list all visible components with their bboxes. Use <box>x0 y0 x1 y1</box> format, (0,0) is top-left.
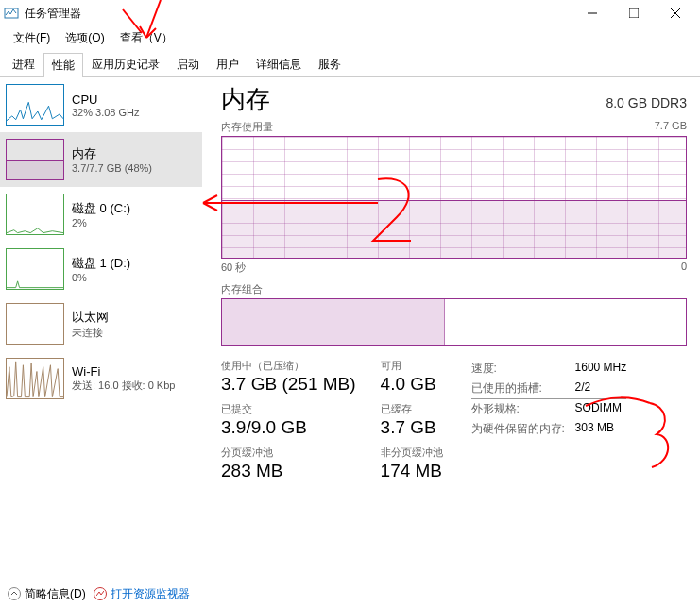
tab-services[interactable]: 服务 <box>310 52 350 76</box>
usage-label: 内存使用量 <box>221 120 273 134</box>
sidebar-item-disk0[interactable]: 磁盘 0 (C:) 2% <box>0 187 202 242</box>
sidebar-item-disk1[interactable]: 磁盘 1 (D:) 0% <box>0 242 202 296</box>
wifi-thumb <box>6 358 64 399</box>
page-title: 内存 <box>221 83 270 116</box>
paged-label: 分页缓冲池 <box>221 446 356 460</box>
sidebar-eth-sub: 未连接 <box>72 326 109 340</box>
inuse-value: 3.7 GB (251 MB) <box>221 374 356 395</box>
memory-composition-chart <box>221 298 687 346</box>
slots-v: 2/2 <box>575 380 591 396</box>
resmon-icon <box>94 587 107 600</box>
usage-max: 7.7 GB <box>655 120 687 134</box>
sidebar-item-wifi[interactable]: Wi-Fi 发送: 16.0 接收: 0 Kbp <box>0 351 202 406</box>
tab-performance[interactable]: 性能 <box>43 53 83 77</box>
menu-options[interactable]: 选项(O) <box>58 28 111 48</box>
committed-label: 已提交 <box>221 402 356 416</box>
footer: 简略信息(D) 打开资源监视器 <box>0 581 700 607</box>
slots-k: 已使用的插槽: <box>471 380 566 396</box>
sidebar-disk1-title: 磁盘 1 (D:) <box>72 255 130 272</box>
memory-spec: 8.0 GB DDR3 <box>606 95 687 110</box>
form-k: 外形规格: <box>471 401 566 417</box>
form-v: SODIMM <box>575 401 622 417</box>
chevron-up-icon <box>8 587 21 600</box>
brief-info-toggle[interactable]: 简略信息(D) <box>8 586 86 602</box>
nonpaged-value: 174 MB <box>381 461 443 481</box>
tab-apphistory[interactable]: 应用历史记录 <box>83 52 168 76</box>
available-value: 4.0 GB <box>381 374 443 395</box>
paged-value: 283 MB <box>221 461 356 481</box>
sidebar-item-memory[interactable]: 内存 3.7/7.7 GB (48%) <box>0 132 202 187</box>
hw-k: 为硬件保留的内存: <box>471 421 566 437</box>
axis-right: 0 <box>681 261 687 275</box>
sidebar-disk1-sub: 0% <box>72 272 130 283</box>
open-resmon-link[interactable]: 打开资源监视器 <box>94 586 190 602</box>
sidebar-mem-title: 内存 <box>72 145 152 162</box>
committed-value: 3.9/9.0 GB <box>221 417 356 438</box>
maximize-button[interactable] <box>613 0 655 26</box>
sidebar-disk0-title: 磁盘 0 (C:) <box>72 200 130 217</box>
sidebar-item-ethernet[interactable]: 以太网 未连接 <box>0 296 202 351</box>
sidebar-item-cpu[interactable]: CPU 32% 3.08 GHz <box>0 77 202 132</box>
tab-processes[interactable]: 进程 <box>4 52 43 76</box>
menu-file[interactable]: 文件(F) <box>6 28 58 48</box>
sidebar-eth-title: 以太网 <box>72 309 109 326</box>
app-icon <box>4 6 19 21</box>
hw-v: 303 MB <box>575 421 614 437</box>
speed-v: 1600 MHz <box>575 361 627 377</box>
window-title: 任务管理器 <box>25 6 572 22</box>
cached-label: 已缓存 <box>381 402 443 416</box>
sidebar-disk0-sub: 2% <box>72 217 130 228</box>
speed-k: 速度: <box>471 361 566 377</box>
menubar: 文件(F) 选项(O) 查看（V） <box>0 26 700 50</box>
minimize-button[interactable] <box>572 0 613 26</box>
cached-value: 3.7 GB <box>381 417 443 438</box>
main-panel: 内存 8.0 GB DDR3 内存使用量 7.7 GB 60 秒 0 内存组合 … <box>202 77 700 586</box>
close-button[interactable] <box>655 0 696 26</box>
composition-label: 内存组合 <box>221 282 687 296</box>
sidebar-wifi-sub: 发送: 16.0 接收: 0 Kbp <box>72 379 175 393</box>
memory-thumb <box>6 139 64 180</box>
sidebar-cpu-title: CPU <box>72 93 140 107</box>
menu-view[interactable]: 查看（V） <box>112 28 180 48</box>
inuse-label: 使用中（已压缩） <box>221 359 356 373</box>
resmon-label: 打开资源监视器 <box>111 586 190 602</box>
disk1-thumb <box>6 248 64 290</box>
disk0-thumb <box>6 194 64 235</box>
eth-thumb <box>6 303 64 345</box>
tab-users[interactable]: 用户 <box>208 52 248 76</box>
sidebar: CPU 32% 3.08 GHz 内存 3.7/7.7 GB (48%) 磁盘 … <box>0 77 202 586</box>
sidebar-cpu-sub: 32% 3.08 GHz <box>72 107 140 118</box>
tab-startup[interactable]: 启动 <box>168 52 208 76</box>
titlebar: 任务管理器 <box>0 0 700 26</box>
cpu-thumb <box>6 84 64 126</box>
sidebar-wifi-title: Wi-Fi <box>72 364 175 379</box>
axis-left: 60 秒 <box>221 261 246 275</box>
tab-details[interactable]: 详细信息 <box>248 52 310 76</box>
tabbar: 进程 性能 应用历史记录 启动 用户 详细信息 服务 <box>0 52 700 77</box>
available-label: 可用 <box>381 359 443 373</box>
nonpaged-label: 非分页缓冲池 <box>381 446 443 460</box>
svg-rect-2 <box>629 8 639 18</box>
brief-label: 简略信息(D) <box>25 586 86 602</box>
memory-usage-chart <box>221 136 687 259</box>
sidebar-mem-sub: 3.7/7.7 GB (48%) <box>72 162 152 174</box>
